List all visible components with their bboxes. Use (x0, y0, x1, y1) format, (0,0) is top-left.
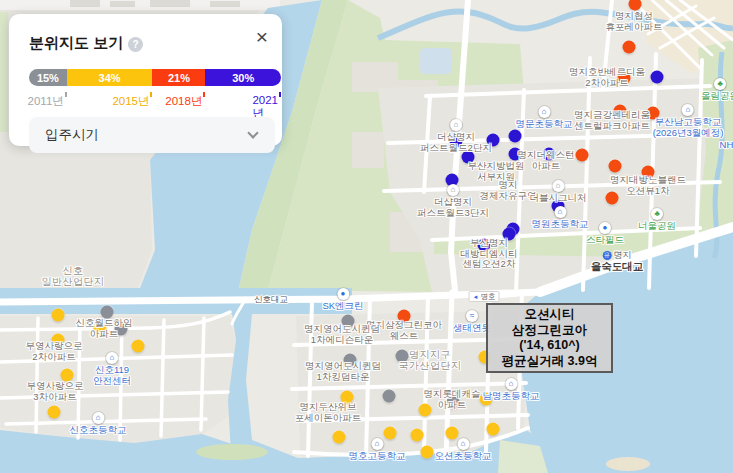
map-poi-label[interactable]: ♣올림공원 (701, 78, 733, 102)
poi-label-line: 아파트 (76, 329, 133, 340)
map-poi-label[interactable]: ●스타필드 (586, 222, 624, 246)
poi-label-line: 퍼스트월드2단지 (420, 143, 492, 154)
legend-segment-2011년[interactable]: 15% (29, 69, 67, 86)
legend-year-tick (203, 92, 205, 97)
map-poi-label[interactable]: ⌂부산남고등학교(2026년3월예정) (653, 104, 724, 138)
map-poi-label[interactable]: 명지두산위브포세이돈아파트 (295, 402, 362, 423)
school-icon: ⌂ (371, 438, 383, 450)
map-poi-label[interactable]: 명지롯데캐슬아파트 (424, 389, 481, 410)
tooltip-complex-meta: ('14, 610^) (490, 338, 609, 354)
map-poi-label[interactable]: 명지협성휴포레아파트 (606, 11, 663, 32)
map-app-screen: 신호일반산업단지신호월드하임아파트부영사랑으로2차아파트⌂신호119안전센터부영… (0, 0, 733, 473)
poi-label-line: 명지호반베르디움 (569, 67, 645, 78)
poi-label-line: 2차아파트 (569, 78, 645, 89)
poi-label-line: 오션뷰1차 (610, 186, 686, 197)
poi-label-line: 휴포레아파트 (606, 22, 663, 33)
poi-label-line: 명원초등학교 (532, 219, 589, 230)
legend-year-label: 2015년 (112, 94, 149, 109)
map-poi-label[interactable]: 명지영어도시퀸덤1차에디슨타운 (304, 324, 380, 345)
legend-year-label: 2011년 (28, 94, 64, 109)
road-name: 명호 (480, 292, 495, 302)
year-distribution-bar: 15%34%21%30% (29, 69, 281, 86)
park-icon: ♣ (714, 78, 726, 90)
poi-label-line: 신호119 (93, 365, 131, 376)
help-icon[interactable]: ? (128, 37, 143, 52)
price-dot-blue-2021[interactable] (509, 130, 522, 143)
price-dot-yellow-2015[interactable] (52, 309, 65, 322)
poi-label-line: NH- (720, 140, 733, 151)
poi-label-line: 명지영어도시퀸덤 (305, 361, 381, 372)
road-shield-icon: ◄ (473, 294, 479, 300)
map-poi-label: 명지지구국가산업단지 (399, 350, 462, 371)
price-dot-gray-2011[interactable] (383, 390, 396, 403)
poi-label-line: 명지두산위브 (295, 402, 362, 413)
bridge-label: 유명지을숙도대교 (591, 250, 644, 271)
map-poi-label[interactable]: 명지더웨스턴아파트 (518, 150, 575, 171)
map-poi-label[interactable]: 명지금강펜테리움센트럴파크아파트 (574, 110, 650, 131)
price-dot-yellow-2015[interactable] (411, 429, 424, 442)
toll-gate-icon: 유 (603, 251, 612, 260)
poi-label-line: 일반산업단지 (42, 277, 105, 288)
poi-label-line: SK엔크린 (322, 301, 363, 312)
price-dot-orange-2018[interactable] (609, 160, 622, 173)
legend-year-tick (150, 92, 152, 97)
price-dot-yellow-2015[interactable] (132, 340, 145, 353)
poi-label-line: 신호대교 (254, 294, 288, 305)
map-poi-label[interactable]: ⌂더샵명지퍼스트월드3단지 (417, 184, 489, 218)
bridge-name: 을숙도대교 (591, 261, 644, 272)
map-poi-label[interactable]: 명지대방노블랜드오션뷰1차 (610, 175, 686, 196)
poi-label-line: 아파트 (518, 161, 575, 172)
price-dot-orange-2018[interactable] (576, 149, 589, 162)
map-poi-label[interactable]: NH- (720, 140, 733, 151)
legend-year-tick (65, 92, 67, 97)
price-dot-orange-2018[interactable] (623, 41, 636, 54)
poi-label-line: 명지협성 (606, 11, 663, 22)
park-icon: ♣ (651, 208, 663, 220)
poi-label-line: 안전센터 (93, 376, 131, 387)
poi-label-line: 신호 (42, 266, 105, 277)
map-poi-label[interactable]: 부영사랑으로3차아파트 (27, 381, 84, 402)
map-poi-label[interactable]: ⌂신호119안전센터 (93, 352, 131, 386)
move-in-period-dropdown[interactable]: 입주시기 (29, 117, 275, 153)
map-poi-label[interactable]: 명지호반베르디움2차아파트 (569, 67, 645, 88)
building-icon: ⌂ (552, 180, 564, 192)
map-poi-label[interactable]: 신호월드하임아파트 (76, 318, 133, 339)
map-poi-label[interactable]: ⌂명호고등학교 (349, 438, 406, 462)
map-poi-label[interactable]: 부산명지대방디엠시티센텀오션2차 (461, 238, 518, 270)
poi-label-line: 명호고등학교 (349, 451, 406, 462)
tooltip-complex-name: 삼정그린코아 (490, 323, 609, 339)
poi-label-line: 부영사랑으로 (27, 381, 84, 392)
school-icon: ⌂ (92, 412, 104, 424)
map-poi-label[interactable]: ⌂더블시그니처 (530, 180, 587, 204)
map-poi-label[interactable]: ⌂명문초등학교 (516, 106, 573, 130)
poi-label-line: 3차아파트 (27, 392, 84, 403)
poi-label-line: 부영사랑으로 (26, 341, 83, 352)
price-dot-yellow-2015[interactable] (421, 446, 434, 459)
map-poi-label[interactable]: 부영사랑으로2차아파트 (26, 341, 83, 362)
year-labels-row: 2011년2015년2018년2021년 (9, 92, 282, 106)
poi-label-line: 더블시그니처 (530, 193, 587, 204)
price-dot-yellow-2015[interactable] (48, 406, 61, 419)
close-icon[interactable]: × (256, 26, 268, 47)
map-poi-label[interactable]: ●SK엔크린 (322, 288, 363, 312)
price-dot-yellow-2015[interactable] (333, 431, 346, 444)
school-icon: ⌂ (538, 106, 550, 118)
map-poi-label[interactable]: ⌂더샵명지퍼스트월드2단지 (420, 119, 492, 153)
map-poi-label[interactable]: 명지영어도시퀸덤1차킹덤타운 (305, 361, 381, 382)
legend-segment-2015년[interactable]: 34% (67, 69, 153, 86)
poi-label-line: 명문초등학교 (516, 119, 573, 130)
poi-label-line: 퍼스트월드3단지 (417, 208, 489, 219)
map-poi-label[interactable]: ⌂신호초등학교 (70, 412, 127, 436)
poi-label-line: 아파트 (424, 400, 481, 411)
price-dot-blue-2021[interactable] (651, 71, 664, 84)
legend-segment-2018년[interactable]: 21% (152, 69, 205, 86)
map-poi-label[interactable]: ⌂오션초등학교 (435, 438, 492, 462)
map-poi-label[interactable]: ♣너울공원 (638, 208, 676, 232)
poi-label-line: 오션초등학교 (435, 451, 492, 462)
legend-segment-2021년[interactable]: 30% (205, 69, 281, 86)
poi-label-line: (2026년3월예정) (653, 128, 724, 139)
map-poi-label[interactable]: ⌂명원초등학교 (532, 206, 589, 230)
gas-icon: ● (337, 288, 349, 300)
map-poi-label[interactable]: ⌂남명초등학교 (483, 378, 540, 402)
price-dot-yellow-2015[interactable] (487, 423, 500, 436)
